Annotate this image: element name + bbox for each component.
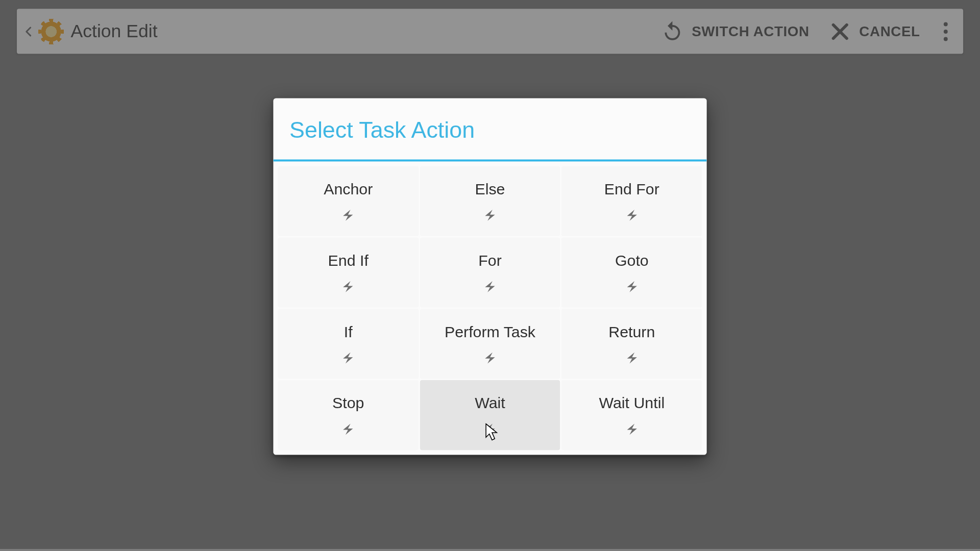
bolt-icon	[482, 350, 497, 365]
task-action-item[interactable]: Wait	[420, 380, 560, 450]
task-action-label: Wait Until	[599, 394, 665, 412]
task-action-item[interactable]: End For	[561, 166, 702, 236]
bolt-icon	[624, 208, 639, 222]
task-action-label: Goto	[615, 252, 649, 270]
select-task-action-dialog: Select Task Action AnchorElseEnd ForEnd …	[273, 98, 706, 455]
task-action-label: End For	[604, 180, 659, 198]
task-action-label: If	[344, 322, 353, 341]
task-action-label: Stop	[332, 394, 364, 412]
dialog-title: Select Task Action	[289, 117, 691, 143]
task-action-item[interactable]: Anchor	[278, 166, 419, 236]
bolt-icon	[624, 421, 639, 436]
task-action-grid: AnchorElseEnd ForEnd IfForGotoIfPerform …	[273, 161, 706, 455]
bolt-icon	[482, 208, 497, 222]
dialog-header: Select Task Action	[273, 98, 706, 162]
task-action-label: End If	[328, 252, 369, 270]
task-action-item[interactable]: Goto	[561, 238, 702, 308]
task-action-item[interactable]: Wait Until	[561, 380, 702, 450]
task-action-item[interactable]: Return	[561, 309, 702, 379]
bolt-icon	[482, 279, 497, 294]
task-action-label: Anchor	[324, 180, 373, 198]
task-action-item[interactable]: End If	[278, 238, 419, 308]
bolt-icon	[341, 208, 356, 222]
task-action-item[interactable]: Perform Task	[420, 309, 560, 379]
bolt-icon	[482, 421, 497, 436]
task-action-item[interactable]: For	[420, 238, 560, 308]
task-action-item[interactable]: If	[278, 309, 419, 379]
task-action-label: For	[478, 252, 501, 270]
bolt-icon	[341, 421, 356, 436]
task-action-label: Perform Task	[445, 322, 535, 341]
bolt-icon	[341, 350, 356, 365]
task-action-label: Else	[475, 180, 505, 198]
task-action-label: Return	[608, 322, 655, 341]
task-action-item[interactable]: Else	[420, 166, 560, 236]
task-action-item[interactable]: Stop	[278, 380, 419, 450]
bolt-icon	[624, 279, 639, 294]
task-action-label: Wait	[475, 394, 505, 412]
bolt-icon	[624, 350, 639, 365]
bolt-icon	[341, 279, 356, 294]
